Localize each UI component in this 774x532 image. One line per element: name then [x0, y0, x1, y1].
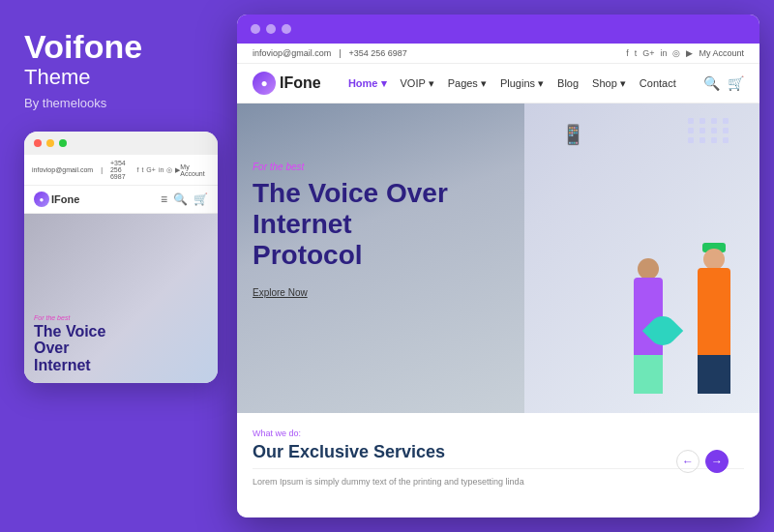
- boy-legs: [698, 355, 730, 394]
- mobile-social-icons: f t G+ in ◎ ▶: [136, 166, 180, 174]
- illustration-boy: [698, 243, 730, 394]
- nav-link-pages[interactable]: Pages ▾: [448, 77, 487, 90]
- mobile-hero-text: For the best The Voice Over Internet: [34, 314, 105, 374]
- boy-body: [698, 268, 730, 355]
- hamburger-icon[interactable]: ≡: [161, 192, 167, 206]
- mobile-nav-icons[interactable]: ≡ 🔍 🛒: [161, 192, 208, 206]
- site-phone: +354 256 6987: [349, 48, 407, 58]
- browser-content: infoviop@gmail.com | +354 256 6987 f t G…: [237, 44, 759, 517]
- site-logo-text: IFone: [280, 74, 321, 92]
- site-info-right: f t G+ in ◎ ▶ My Account: [626, 48, 744, 58]
- nav-link-voip[interactable]: VOIP ▾: [401, 77, 434, 90]
- site-nav: ● IFone Home ▾ VOIP ▾ Pages ▾ Plugins ▾ …: [237, 64, 759, 103]
- mobile-email: infoviop@gmail.com: [32, 166, 93, 173]
- nav-link-blog[interactable]: Blog: [557, 77, 579, 89]
- mobile-info-bar: infoviop@gmail.com | +354 256 6987 f t G…: [24, 155, 218, 186]
- nav-icons: 🔍 🛒: [703, 75, 744, 91]
- arrow-next-button[interactable]: →: [705, 450, 729, 473]
- brand-subtitle: Theme: [24, 65, 90, 90]
- mobile-mockup: infoviop@gmail.com | +354 256 6987 f t G…: [24, 132, 218, 383]
- boy-head: [703, 249, 725, 270]
- dot-green: [59, 139, 67, 147]
- browser-dot-1: [251, 24, 260, 34]
- browser-dot-2: [266, 24, 276, 34]
- social-linkedin-icon[interactable]: in: [660, 48, 667, 58]
- browser-mockup: infoviop@gmail.com | +354 256 6987 f t G…: [237, 15, 759, 517]
- social-twitter-icon[interactable]: t: [635, 48, 638, 58]
- mobile-top-bar: [24, 132, 218, 155]
- site-logo-globe-icon: ●: [253, 72, 276, 95]
- nav-links: Home ▾ VOIP ▾ Pages ▾ Plugins ▾ Blog Sho…: [348, 77, 676, 90]
- nav-cart-icon[interactable]: 🛒: [728, 75, 744, 91]
- search-icon[interactable]: 🔍: [173, 192, 188, 206]
- dot-red: [34, 139, 42, 147]
- plant-leaf: [642, 310, 683, 351]
- social-gplus-icon[interactable]: G+: [642, 48, 654, 58]
- browser-top-bar: [237, 15, 759, 44]
- mobile-account-link[interactable]: My Account: [180, 163, 210, 177]
- social-youtube-icon[interactable]: ▶: [686, 48, 693, 58]
- hero-small-label: For the best: [253, 162, 448, 172]
- nav-link-contact[interactable]: Contact: [640, 77, 676, 89]
- hero-illustration: [547, 123, 740, 394]
- services-description: Lorem Ipsum is simply dummy text of the …: [253, 477, 524, 487]
- hero-heading: The Voice OverInternetProtocol: [253, 178, 448, 272]
- social-instagram-icon[interactable]: ◎: [672, 48, 680, 58]
- nav-link-home[interactable]: Home ▾: [348, 77, 387, 90]
- arrow-prev-button[interactable]: ←: [676, 450, 700, 473]
- site-hero: 📱: [237, 103, 759, 413]
- mobile-logo-text: IFone: [51, 193, 79, 205]
- site-separator: |: [339, 48, 341, 58]
- logo-globe-icon: ●: [34, 192, 49, 207]
- mobile-separator: |: [101, 166, 103, 173]
- site-info-left: infoviop@gmail.com | +354 256 6987: [253, 48, 407, 58]
- nav-search-icon[interactable]: 🔍: [703, 75, 720, 91]
- brand-by: By themelooks: [24, 96, 106, 110]
- services-section: What we do: Our Exclusive Services Lorem…: [237, 413, 759, 517]
- site-info-bar: infoviop@gmail.com | +354 256 6987 f t G…: [237, 44, 759, 64]
- hero-cta-button[interactable]: Explore Now: [253, 287, 448, 298]
- mobile-logo: ● IFone: [34, 192, 79, 207]
- services-footer: Lorem Ipsum is simply dummy text of the …: [253, 468, 744, 487]
- browser-dot-3: [282, 24, 291, 34]
- brand-title: Voifone: [24, 29, 142, 65]
- site-email: infoviop@gmail.com: [253, 48, 331, 58]
- dot-yellow: [46, 139, 54, 147]
- mobile-hero: For the best The Voice Over Internet: [24, 214, 218, 383]
- mobile-hero-heading: The Voice Over Internet: [34, 323, 105, 374]
- services-title: Our Exclusive Services: [253, 442, 744, 462]
- hero-text-overlay: For the best The Voice OverInternetProto…: [253, 162, 448, 298]
- services-label: What we do:: [253, 429, 744, 438]
- mobile-phone: +354 256 6987: [110, 160, 136, 180]
- mobile-nav-bar: ● IFone ≡ 🔍 🛒: [24, 186, 218, 214]
- nav-link-plugins[interactable]: Plugins ▾: [500, 77, 544, 90]
- left-panel: Voifone Theme By themelooks infoviop@gma…: [0, 0, 237, 532]
- social-facebook-icon[interactable]: f: [626, 48, 629, 58]
- plant-decoration: [648, 316, 687, 365]
- mobile-hero-small-label: For the best: [34, 314, 105, 321]
- nav-link-shop[interactable]: Shop ▾: [592, 77, 626, 90]
- services-navigation-arrows[interactable]: ← →: [676, 450, 729, 473]
- site-account-link[interactable]: My Account: [699, 48, 744, 58]
- girl-head: [638, 258, 659, 280]
- site-logo: ● IFone: [253, 72, 321, 95]
- cart-icon[interactable]: 🛒: [194, 192, 208, 206]
